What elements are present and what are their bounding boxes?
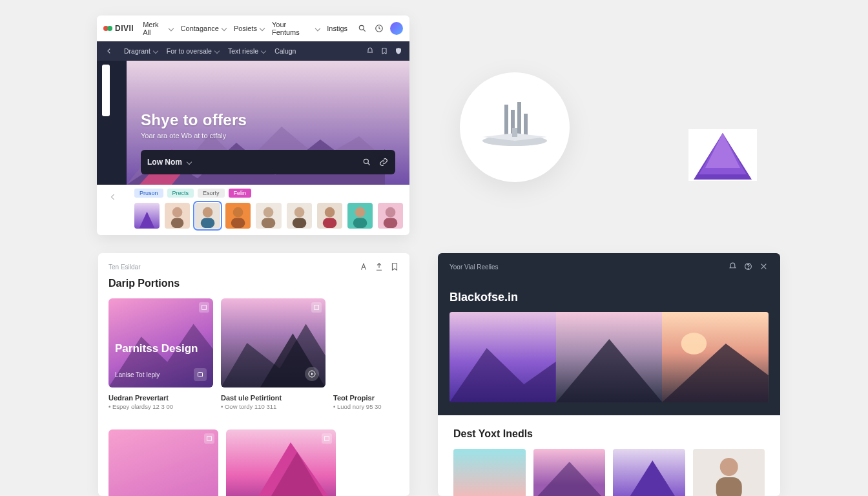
panel-breadcrumb-row: Ten Esildar [108,262,399,271]
subnav-item-2[interactable]: Text riesle [228,47,265,55]
nav-item-3[interactable]: Your Fentums [272,21,319,36]
card-action-button[interactable] [194,368,207,381]
gallery-thumb[interactable] [693,449,765,496]
chip-1[interactable]: Prects [167,189,194,198]
strip-thumb-selected[interactable] [195,203,220,229]
search-filter-dropdown[interactable]: Low Nom [147,158,191,167]
text-style-icon[interactable] [359,262,368,271]
chevron-down-icon [260,26,265,31]
bookmark-icon[interactable] [380,46,389,56]
subnav-item-1[interactable]: For to oversale [167,47,219,55]
shield-icon[interactable] [394,46,403,56]
hero-subtitle: Yoar ara ote Wb at to ctfaly [141,132,247,140]
gallery-thumb[interactable] [533,449,606,496]
card-row-1: Parnitss Design Lanise Tot Iepiy Uedran … [108,298,399,410]
svg-point-21 [355,207,365,218]
gallery-subtitle: Dest Yoxt Inedls [453,428,765,440]
gallery-image[interactable] [662,312,769,402]
meta-title: Dast ule Petirtiont [221,394,282,402]
panel-title: Darip Portions [108,278,399,289]
svg-rect-30 [512,128,517,137]
svg-rect-14 [231,218,245,228]
strip-thumb[interactable] [225,203,251,229]
svg-point-54 [719,458,738,476]
hero-text: Shye to offers Yoar ara ote Wb at to ctf… [141,111,247,140]
svg-marker-49 [556,339,663,402]
strip-thumb[interactable] [378,203,403,229]
secondary-nav: Dragrant For to oversale Text riesle Cal… [97,41,409,61]
share-icon[interactable] [375,262,384,271]
close-icon[interactable] [760,262,769,271]
subnav-item-3[interactable]: Calugn [274,47,296,55]
clock-icon[interactable] [373,23,385,34]
link-icon[interactable] [378,157,389,167]
nav-item-0[interactable]: Merk All [143,21,172,36]
strip-thumb[interactable] [347,203,373,229]
logo-mark-icon [103,24,112,33]
back-button[interactable] [103,45,115,57]
meta-only-card: Teot Propisr • Luod nory 95 30 [333,298,391,410]
gallery-strip [450,312,769,402]
play-button[interactable] [305,367,319,381]
gallery-image[interactable] [450,312,556,402]
chip-3[interactable]: Felin [229,189,252,198]
strip-thumb[interactable] [317,203,342,229]
gallery-image[interactable] [556,312,663,402]
nav-item-4[interactable]: Instigs [327,25,347,32]
card-thumb[interactable] [226,429,336,496]
app-logo[interactable]: DIVII [103,24,134,33]
avatar-strip [97,200,409,235]
mountain-graphic [226,429,336,496]
search-icon[interactable] [356,23,368,34]
expand-icon[interactable] [204,433,214,444]
help-icon[interactable] [744,262,753,271]
chip-0[interactable]: Pruson [134,189,163,198]
topbar-actions [356,22,403,35]
gallery-thumb[interactable] [613,449,685,496]
svg-marker-52 [533,462,606,496]
svg-point-11 [203,207,213,218]
strip-thumb[interactable] [256,203,281,229]
strip-thumb[interactable] [134,203,160,229]
card-thumb[interactable]: Parnitss Design Lanise Tot Iepiy [108,298,213,388]
svg-rect-16 [262,218,276,228]
chip-2[interactable]: Esorty [198,189,225,198]
bell-icon[interactable] [366,46,375,56]
svg-rect-22 [353,218,367,228]
thumbs-back-button[interactable] [107,191,119,203]
svg-point-15 [264,207,274,218]
svg-marker-8 [140,212,154,228]
svg-marker-33 [705,133,740,168]
nav-item-2[interactable]: Posiets [234,25,264,32]
subnav-actions [366,46,403,56]
gallery-top-row: Yoor Vial Reelies [450,262,769,271]
hero-search-bar[interactable]: Low Nom [141,150,395,174]
card-meta: Uedran Prevertart • Espey olardsy 12 3 0… [108,394,213,410]
card-meta: Dast ule Petirtiont • Oow tordy 110 311 [221,394,282,410]
gallery-thumb[interactable] [453,449,526,496]
svg-point-9 [172,207,183,218]
nav-label: Instigs [327,25,347,32]
card-thumb[interactable] [108,429,218,496]
card-meta-row: Dast ule Petirtiont • Oow tordy 110 311 [221,394,326,410]
search-icon[interactable] [362,157,372,167]
svg-line-7 [368,163,370,165]
search-filter-label: Low Nom [147,158,182,167]
left-rail [97,61,127,185]
bell-icon[interactable] [728,262,738,271]
nav-item-1[interactable]: Contagance [181,25,226,32]
svg-rect-20 [322,218,336,228]
strip-thumb[interactable] [165,203,190,229]
subnav-item-0[interactable]: Dragrant [124,47,158,55]
floating-square-preview [688,129,757,181]
bookmark-icon[interactable] [390,262,399,271]
card-thumb[interactable] [221,298,326,388]
subnav-label: Dragrant [124,47,150,55]
user-avatar-button[interactable] [390,22,403,35]
svg-point-6 [364,159,368,163]
strip-thumb[interactable] [287,203,312,229]
hero-banner: Shye to offers Yoar ara ote Wb at to ctf… [127,61,409,185]
nav-label: Contagance [181,25,219,32]
scroll-handle[interactable] [102,65,110,116]
chevron-down-icon [169,26,174,31]
